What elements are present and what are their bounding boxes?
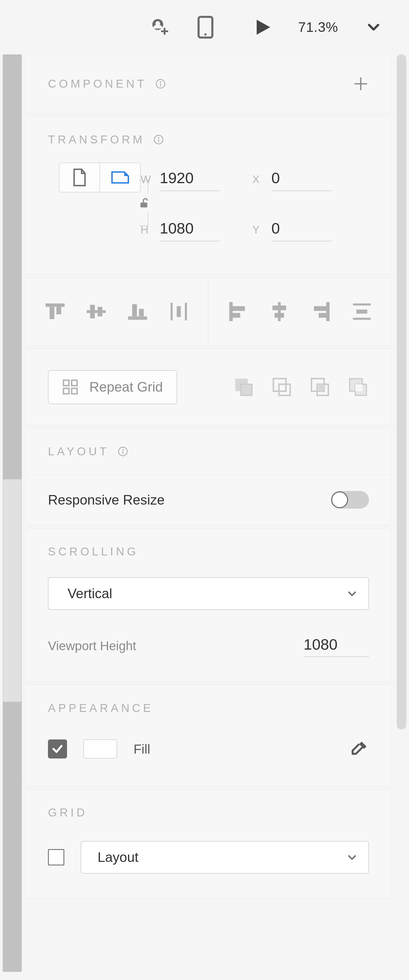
svg-rect-33 <box>326 302 330 321</box>
repeat-grid-icon <box>62 379 78 395</box>
x-field: X <box>252 168 369 191</box>
repeat-grid-label: Repeat Grid <box>89 379 163 395</box>
grid-title-text: Grid <box>48 806 88 819</box>
svg-point-5 <box>204 33 206 36</box>
repeat-grid-button[interactable]: Repeat Grid <box>48 370 177 404</box>
height-input[interactable] <box>160 218 220 242</box>
y-label: Y <box>252 224 263 236</box>
svg-rect-22 <box>132 304 137 317</box>
svg-rect-13 <box>158 139 159 142</box>
boolean-operations <box>233 376 369 398</box>
window-scrollbar[interactable] <box>397 54 406 729</box>
x-input[interactable] <box>272 168 331 191</box>
grid-row: Layout <box>48 841 369 873</box>
check-icon <box>51 743 64 755</box>
align-right-button[interactable] <box>308 299 333 324</box>
orientation-toggle <box>59 162 141 192</box>
distribute-vertical-button[interactable] <box>166 299 191 324</box>
svg-rect-49 <box>317 384 324 391</box>
viewport-height-input[interactable] <box>304 634 369 657</box>
add-component-button[interactable] <box>353 76 369 92</box>
transform-section: Transform W X <box>26 116 391 274</box>
mobile-preview-button[interactable] <box>195 16 216 38</box>
lock-open-icon <box>139 197 149 208</box>
svg-rect-27 <box>229 302 233 321</box>
responsive-resize-toggle[interactable] <box>331 491 369 509</box>
y-field: Y <box>252 218 369 242</box>
zoom-level[interactable]: 71.3% <box>298 19 338 35</box>
scrolling-direction-select[interactable]: Vertical <box>48 577 369 610</box>
align-distribute-row <box>26 278 391 346</box>
subtract-button[interactable] <box>271 376 292 398</box>
info-icon[interactable] <box>117 446 128 457</box>
union-button[interactable] <box>233 376 254 398</box>
vertical-align-group <box>26 278 208 346</box>
svg-point-12 <box>158 137 159 138</box>
svg-rect-23 <box>139 309 144 317</box>
grid-type-select[interactable]: Layout <box>81 841 369 873</box>
orientation-landscape-button[interactable] <box>99 163 140 192</box>
svg-point-54 <box>122 449 123 450</box>
svg-rect-39 <box>64 380 69 386</box>
zoom-dropdown-chevron[interactable] <box>363 16 385 38</box>
grid-enabled-checkbox[interactable] <box>48 849 64 865</box>
y-input[interactable] <box>272 218 331 242</box>
svg-rect-32 <box>275 313 284 318</box>
toggle-knob <box>331 492 348 508</box>
svg-point-7 <box>160 81 161 83</box>
align-center-button[interactable] <box>267 299 292 324</box>
svg-rect-46 <box>279 384 290 395</box>
component-section: Component <box>26 54 391 113</box>
svg-rect-28 <box>233 306 245 311</box>
info-icon[interactable] <box>153 134 164 145</box>
invite-collaborator-button[interactable] <box>148 16 170 38</box>
svg-rect-14 <box>140 202 147 207</box>
svg-rect-38 <box>356 310 367 314</box>
viewport-height-row: Viewport Height <box>48 634 369 657</box>
responsive-resize-row: Responsive Resize <box>26 474 391 525</box>
responsive-resize-label: Responsive Resize <box>48 492 165 508</box>
svg-rect-8 <box>160 83 161 86</box>
align-middle-button[interactable] <box>84 299 109 324</box>
app-toolbar: 71.3% <box>0 0 409 54</box>
svg-rect-19 <box>90 305 95 318</box>
height-field: H <box>141 218 233 242</box>
grid-section: Grid Layout <box>26 789 391 898</box>
component-title-text: Component <box>48 77 147 90</box>
scrolling-section-title: Scrolling <box>48 545 369 558</box>
viewport-height-label: Viewport Height <box>48 638 136 653</box>
svg-rect-18 <box>87 310 106 313</box>
scrolling-title-text: Scrolling <box>48 545 139 558</box>
align-bottom-button[interactable] <box>125 299 150 324</box>
svg-rect-36 <box>353 304 371 305</box>
appearance-section-title: Appearance <box>48 702 369 715</box>
distribute-horizontal-button[interactable] <box>350 299 374 324</box>
panel-scrollbar-thumb[interactable] <box>3 479 22 702</box>
fill-color-swatch[interactable] <box>83 740 117 759</box>
svg-rect-24 <box>171 303 173 321</box>
svg-rect-35 <box>318 313 326 318</box>
align-left-button[interactable] <box>226 299 251 324</box>
svg-rect-44 <box>241 384 252 395</box>
fill-enabled-checkbox[interactable] <box>48 740 67 759</box>
width-input[interactable] <box>160 168 220 191</box>
eyedropper-button[interactable] <box>349 739 369 759</box>
grid-section-title: Grid <box>48 806 369 819</box>
align-top-button[interactable] <box>43 299 67 324</box>
aspect-lock[interactable] <box>136 180 152 226</box>
grid-type-value: Layout <box>97 850 138 865</box>
info-icon[interactable] <box>155 78 166 89</box>
play-preview-button[interactable] <box>252 16 273 38</box>
svg-rect-21 <box>128 317 147 320</box>
repeat-boolean-section: Repeat Grid <box>26 349 391 425</box>
fill-label: Fill <box>134 741 150 757</box>
panel-scrollbar-track[interactable] <box>3 54 22 972</box>
chevron-down-icon <box>347 852 358 863</box>
svg-rect-29 <box>233 313 240 318</box>
exclude-button[interactable] <box>347 376 369 398</box>
intersect-button[interactable] <box>309 376 331 398</box>
scrolling-section: Scrolling Vertical Viewport Height <box>26 528 391 682</box>
svg-rect-26 <box>177 306 181 317</box>
orientation-portrait-button[interactable] <box>59 163 99 192</box>
layout-title-text: Layout <box>48 445 109 458</box>
